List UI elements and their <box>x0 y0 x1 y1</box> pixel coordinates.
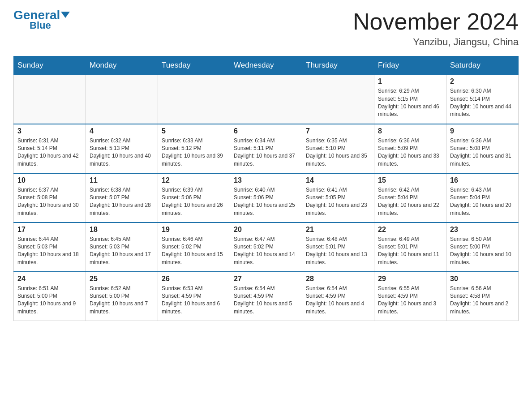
day-info: Sunrise: 6:39 AM Sunset: 5:06 PM Dayligh… <box>162 186 226 218</box>
day-number: 17 <box>17 226 82 234</box>
title-area: November 2024 Yanzibu, Jiangsu, China <box>353 9 519 48</box>
day-number: 25 <box>90 275 154 283</box>
calendar-cell: 2Sunrise: 6:30 AM Sunset: 5:14 PM Daylig… <box>446 75 519 124</box>
day-info: Sunrise: 6:36 AM Sunset: 5:09 PM Dayligh… <box>378 137 442 168</box>
day-info: Sunrise: 6:36 AM Sunset: 5:08 PM Dayligh… <box>450 137 515 168</box>
day-info: Sunrise: 6:31 AM Sunset: 5:14 PM Dayligh… <box>17 137 82 168</box>
weekday-header-sunday: Sunday <box>14 56 86 75</box>
day-number: 21 <box>306 226 370 234</box>
day-number: 8 <box>378 127 442 135</box>
day-info: Sunrise: 6:42 AM Sunset: 5:04 PM Dayligh… <box>378 186 442 218</box>
calendar-cell: 26Sunrise: 6:53 AM Sunset: 4:59 PM Dayli… <box>158 272 230 321</box>
day-info: Sunrise: 6:37 AM Sunset: 5:08 PM Dayligh… <box>17 186 82 218</box>
day-info: Sunrise: 6:54 AM Sunset: 4:59 PM Dayligh… <box>234 285 298 316</box>
day-number: 15 <box>378 176 442 184</box>
calendar-cell: 11Sunrise: 6:38 AM Sunset: 5:07 PM Dayli… <box>86 173 158 223</box>
day-number: 5 <box>162 127 226 135</box>
subtitle: Yanzibu, Jiangsu, China <box>353 36 519 48</box>
calendar-cell: 5Sunrise: 6:33 AM Sunset: 5:12 PM Daylig… <box>158 124 230 173</box>
day-info: Sunrise: 6:55 AM Sunset: 4:59 PM Dayligh… <box>378 285 442 316</box>
day-info: Sunrise: 6:47 AM Sunset: 5:02 PM Dayligh… <box>234 235 298 267</box>
day-info: Sunrise: 6:50 AM Sunset: 5:00 PM Dayligh… <box>450 235 515 267</box>
calendar-cell: 14Sunrise: 6:41 AM Sunset: 5:05 PM Dayli… <box>302 173 374 223</box>
day-number: 9 <box>450 127 515 135</box>
day-number: 30 <box>450 275 515 283</box>
day-info: Sunrise: 6:49 AM Sunset: 5:01 PM Dayligh… <box>378 235 442 267</box>
calendar-cell: 10Sunrise: 6:37 AM Sunset: 5:08 PM Dayli… <box>14 173 86 223</box>
calendar-cell: 16Sunrise: 6:43 AM Sunset: 5:04 PM Dayli… <box>446 173 519 223</box>
day-info: Sunrise: 6:34 AM Sunset: 5:11 PM Dayligh… <box>234 137 298 168</box>
day-number: 12 <box>162 176 226 184</box>
day-number: 11 <box>90 176 154 184</box>
day-info: Sunrise: 6:54 AM Sunset: 4:59 PM Dayligh… <box>306 285 370 316</box>
day-info: Sunrise: 6:41 AM Sunset: 5:05 PM Dayligh… <box>306 186 370 218</box>
day-number: 18 <box>90 226 154 234</box>
day-number: 7 <box>306 127 370 135</box>
calendar-cell: 4Sunrise: 6:32 AM Sunset: 5:13 PM Daylig… <box>86 124 158 173</box>
calendar-cell: 21Sunrise: 6:48 AM Sunset: 5:01 PM Dayli… <box>302 223 374 272</box>
calendar-cell: 25Sunrise: 6:52 AM Sunset: 5:00 PM Dayli… <box>86 272 158 321</box>
day-info: Sunrise: 6:32 AM Sunset: 5:13 PM Dayligh… <box>90 137 154 168</box>
calendar-cell: 1Sunrise: 6:29 AM Sunset: 5:15 PM Daylig… <box>374 75 446 124</box>
calendar: SundayMondayTuesdayWednesdayThursdayFrid… <box>13 56 519 321</box>
weekday-header-friday: Friday <box>374 56 446 75</box>
day-number: 6 <box>234 127 298 135</box>
weekday-header-wednesday: Wednesday <box>230 56 302 75</box>
day-info: Sunrise: 6:33 AM Sunset: 5:12 PM Dayligh… <box>162 137 226 168</box>
header: General Blue November 2024 Yanzibu, Jian… <box>13 9 519 48</box>
day-number: 24 <box>17 275 82 283</box>
day-number: 19 <box>162 226 226 234</box>
day-number: 3 <box>17 127 82 135</box>
day-info: Sunrise: 6:40 AM Sunset: 5:06 PM Dayligh… <box>234 186 298 218</box>
calendar-cell <box>14 75 86 124</box>
weekday-header-thursday: Thursday <box>302 56 374 75</box>
calendar-cell: 27Sunrise: 6:54 AM Sunset: 4:59 PM Dayli… <box>230 272 302 321</box>
day-info: Sunrise: 6:45 AM Sunset: 5:03 PM Dayligh… <box>90 235 154 267</box>
calendar-cell: 24Sunrise: 6:51 AM Sunset: 5:00 PM Dayli… <box>14 272 86 321</box>
logo: General Blue <box>13 9 70 31</box>
calendar-cell: 18Sunrise: 6:45 AM Sunset: 5:03 PM Dayli… <box>86 223 158 272</box>
day-info: Sunrise: 6:38 AM Sunset: 5:07 PM Dayligh… <box>90 186 154 218</box>
day-number: 20 <box>234 226 298 234</box>
calendar-cell: 29Sunrise: 6:55 AM Sunset: 4:59 PM Dayli… <box>374 272 446 321</box>
week-row-1: 1Sunrise: 6:29 AM Sunset: 5:15 PM Daylig… <box>14 75 519 124</box>
day-info: Sunrise: 6:56 AM Sunset: 4:58 PM Dayligh… <box>450 285 515 316</box>
day-number: 28 <box>306 275 370 283</box>
calendar-cell: 17Sunrise: 6:44 AM Sunset: 5:03 PM Dayli… <box>14 223 86 272</box>
calendar-cell <box>86 75 158 124</box>
weekday-header-tuesday: Tuesday <box>158 56 230 75</box>
day-info: Sunrise: 6:53 AM Sunset: 4:59 PM Dayligh… <box>162 285 226 316</box>
day-number: 23 <box>450 226 515 234</box>
calendar-cell: 19Sunrise: 6:46 AM Sunset: 5:02 PM Dayli… <box>158 223 230 272</box>
weekday-header-monday: Monday <box>86 56 158 75</box>
day-number: 14 <box>306 176 370 184</box>
day-info: Sunrise: 6:44 AM Sunset: 5:03 PM Dayligh… <box>17 235 82 267</box>
day-number: 22 <box>378 226 442 234</box>
day-info: Sunrise: 6:35 AM Sunset: 5:10 PM Dayligh… <box>306 137 370 168</box>
day-number: 4 <box>90 127 154 135</box>
calendar-cell: 6Sunrise: 6:34 AM Sunset: 5:11 PM Daylig… <box>230 124 302 173</box>
calendar-cell: 8Sunrise: 6:36 AM Sunset: 5:09 PM Daylig… <box>374 124 446 173</box>
day-info: Sunrise: 6:51 AM Sunset: 5:00 PM Dayligh… <box>17 285 82 316</box>
calendar-cell: 20Sunrise: 6:47 AM Sunset: 5:02 PM Dayli… <box>230 223 302 272</box>
main-title: November 2024 <box>353 9 519 34</box>
calendar-cell: 30Sunrise: 6:56 AM Sunset: 4:58 PM Dayli… <box>446 272 519 321</box>
day-number: 16 <box>450 176 515 184</box>
calendar-cell: 9Sunrise: 6:36 AM Sunset: 5:08 PM Daylig… <box>446 124 519 173</box>
day-number: 13 <box>234 176 298 184</box>
calendar-cell: 13Sunrise: 6:40 AM Sunset: 5:06 PM Dayli… <box>230 173 302 223</box>
week-row-4: 17Sunrise: 6:44 AM Sunset: 5:03 PM Dayli… <box>14 223 519 272</box>
day-number: 29 <box>378 275 442 283</box>
calendar-cell: 28Sunrise: 6:54 AM Sunset: 4:59 PM Dayli… <box>302 272 374 321</box>
calendar-cell: 12Sunrise: 6:39 AM Sunset: 5:06 PM Dayli… <box>158 173 230 223</box>
week-row-2: 3Sunrise: 6:31 AM Sunset: 5:14 PM Daylig… <box>14 124 519 173</box>
day-number: 1 <box>378 77 442 86</box>
day-number: 27 <box>234 275 298 283</box>
day-info: Sunrise: 6:30 AM Sunset: 5:14 PM Dayligh… <box>450 87 515 119</box>
calendar-cell: 22Sunrise: 6:49 AM Sunset: 5:01 PM Dayli… <box>374 223 446 272</box>
logo-blue-text: Blue <box>30 20 51 31</box>
day-info: Sunrise: 6:43 AM Sunset: 5:04 PM Dayligh… <box>450 186 515 218</box>
day-info: Sunrise: 6:29 AM Sunset: 5:15 PM Dayligh… <box>378 87 442 119</box>
day-info: Sunrise: 6:46 AM Sunset: 5:02 PM Dayligh… <box>162 235 226 267</box>
weekday-header-row: SundayMondayTuesdayWednesdayThursdayFrid… <box>14 56 519 75</box>
